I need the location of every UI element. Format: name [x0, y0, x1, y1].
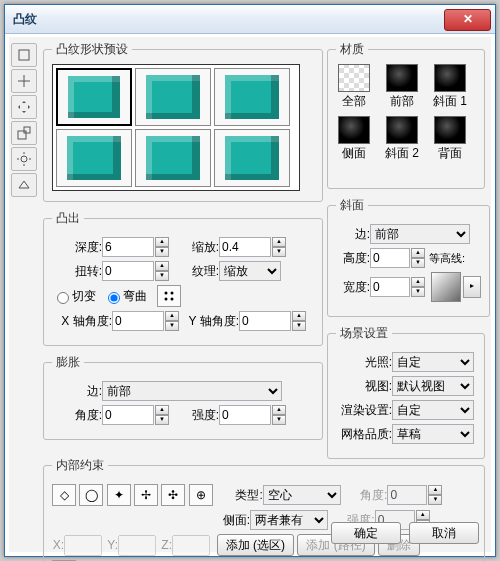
preset-thumb[interactable] — [56, 68, 132, 126]
inflate-angle-input[interactable] — [102, 405, 154, 425]
y-angle-input[interactable] — [239, 311, 291, 331]
close-button[interactable]: ✕ — [444, 9, 491, 31]
depth-input[interactable] — [102, 237, 154, 257]
svg-rect-1 — [18, 131, 26, 139]
texture-label: 纹理: — [169, 263, 219, 280]
scale-label: 缩放: — [169, 239, 219, 256]
light-label: 光照: — [336, 354, 392, 371]
preset-thumb[interactable] — [135, 68, 211, 126]
scale-spinner[interactable]: ▲▼ — [272, 237, 286, 257]
shear-radio[interactable] — [57, 292, 69, 304]
light-combo[interactable]: 自定 — [392, 352, 474, 372]
constraint-icon-5[interactable]: ✣ — [161, 484, 185, 506]
dialog-window: 凸纹 ✕ 凸纹形状预设 — [4, 4, 496, 557]
y-angle-spinner[interactable]: ▲▼ — [292, 311, 306, 331]
x-angle-label: X 轴角度: — [52, 313, 112, 330]
y-angle-label: Y 轴角度: — [179, 313, 239, 330]
extrude-group: 凸出 深度: ▲▼ 缩放: ▲▼ 扭转: ▲▼ 纹理: 缩放 — [43, 210, 323, 346]
view-combo[interactable]: 默认视图 — [392, 376, 474, 396]
bevel-width-input[interactable] — [370, 277, 410, 297]
twist-input[interactable] — [102, 261, 154, 281]
preset-thumb[interactable] — [214, 68, 290, 126]
scale-input[interactable] — [219, 237, 271, 257]
constraint-icon-1[interactable]: ◇ — [52, 484, 76, 506]
scene-legend: 场景设置 — [336, 325, 392, 342]
material-legend: 材质 — [336, 41, 368, 58]
cancel-button[interactable]: 取消 — [409, 522, 479, 544]
y-label: Y: — [102, 538, 118, 552]
constraint-icon-3[interactable]: ✦ — [107, 484, 131, 506]
preset-thumb[interactable] — [135, 129, 211, 187]
depth-spinner[interactable]: ▲▼ — [155, 237, 169, 257]
inflate-group: 膨胀 边: 前部 角度: ▲▼ 强度: ▲▼ — [43, 354, 323, 440]
inflate-edge-label: 边: — [52, 383, 102, 400]
constraint-icon-2[interactable]: ◯ — [79, 484, 103, 506]
material-group: 材质 全部 前部 斜面 1 侧面 斜面 2 背面 — [327, 41, 485, 189]
contour-more-button[interactable]: ▸ — [463, 276, 481, 298]
twist-spinner[interactable]: ▲▼ — [155, 261, 169, 281]
tool-mesh[interactable] — [11, 173, 37, 197]
inflate-legend: 膨胀 — [52, 354, 84, 371]
side-combo[interactable]: 两者兼有 — [250, 510, 328, 530]
add-selection-button[interactable]: 添加 (选区) — [217, 534, 294, 556]
preset-thumb[interactable] — [56, 129, 132, 187]
contour-swatch[interactable] — [431, 272, 461, 302]
x-angle-spinner[interactable]: ▲▼ — [165, 311, 179, 331]
material-back[interactable]: 背面 — [432, 116, 468, 162]
tool-move[interactable] — [11, 95, 37, 119]
svg-point-5 — [170, 292, 173, 295]
int-angle-spinner: ▲▼ — [428, 485, 442, 505]
inflate-edge-combo[interactable]: 前部 — [102, 381, 282, 401]
bevel-width-label: 宽度: — [336, 279, 370, 296]
tool-pan[interactable] — [11, 69, 37, 93]
bend-radio[interactable] — [108, 292, 120, 304]
material-bevel1[interactable]: 斜面 1 — [432, 64, 468, 110]
internal-group: 内部约束 ◇ ◯ ✦ ✢ ✣ ⊕ 类型: 空心 角度: ▲▼ — [43, 457, 485, 561]
z-label: Z: — [156, 538, 172, 552]
inflate-strength-label: 强度: — [169, 407, 219, 424]
window-title: 凸纹 — [5, 11, 444, 28]
grid-icon-button[interactable] — [157, 285, 181, 307]
svg-point-4 — [164, 292, 167, 295]
svg-rect-0 — [19, 50, 29, 60]
tool-light[interactable] — [11, 147, 37, 171]
mesh-combo[interactable]: 草稿 — [392, 424, 474, 444]
bevel-width-spinner[interactable]: ▲▼ — [411, 277, 425, 297]
scene-group: 场景设置 光照:自定 视图:默认视图 渲染设置:自定 网格品质:草稿 — [327, 325, 485, 459]
preset-thumb[interactable] — [214, 129, 290, 187]
titlebar[interactable]: 凸纹 ✕ — [5, 5, 495, 34]
material-all[interactable]: 全部 — [336, 64, 372, 110]
material-bevel2[interactable]: 斜面 2 — [384, 116, 420, 162]
mesh-label: 网格品质: — [336, 426, 392, 443]
svg-point-3 — [21, 156, 27, 162]
material-front[interactable]: 前部 — [384, 64, 420, 110]
bevel-height-spinner[interactable]: ▲▼ — [411, 248, 425, 268]
constraint-icon-4[interactable]: ✢ — [134, 484, 158, 506]
inflate-angle-label: 角度: — [52, 407, 102, 424]
tool-scale[interactable] — [11, 121, 37, 145]
svg-point-7 — [170, 298, 173, 301]
ok-button[interactable]: 确定 — [331, 522, 401, 544]
inflate-strength-input[interactable] — [219, 405, 271, 425]
tool-3d-rotate[interactable] — [11, 43, 37, 67]
inflate-strength-spinner[interactable]: ▲▼ — [272, 405, 286, 425]
x-angle-input[interactable] — [112, 311, 164, 331]
shear-label: 切变 — [72, 288, 96, 305]
render-combo[interactable]: 自定 — [392, 400, 474, 420]
bevel-height-input[interactable] — [370, 248, 410, 268]
dialog-body: 凸纹形状预设 凸出 深度: ▲▼ 缩放: — [9, 37, 491, 552]
material-side[interactable]: 侧面 — [336, 116, 372, 162]
contour-label: 等高线: — [429, 251, 465, 266]
preset-legend: 凸纹形状预设 — [52, 41, 132, 58]
inflate-angle-spinner[interactable]: ▲▼ — [155, 405, 169, 425]
constraint-icon-6[interactable]: ⊕ — [189, 484, 213, 506]
bevel-edge-combo[interactable]: 前部 — [370, 224, 470, 244]
int-angle-input — [387, 485, 427, 505]
type-combo[interactable]: 空心 — [263, 485, 341, 505]
texture-combo[interactable]: 缩放 — [219, 261, 281, 281]
x-label: X: — [52, 538, 64, 552]
depth-label: 深度: — [52, 239, 102, 256]
svg-rect-2 — [24, 127, 30, 133]
bevel-edge-label: 边: — [336, 226, 370, 243]
bevel-group: 斜面 边: 前部 高度: ▲▼ 等高线: 宽度: ▲▼ ▸ — [327, 197, 490, 317]
